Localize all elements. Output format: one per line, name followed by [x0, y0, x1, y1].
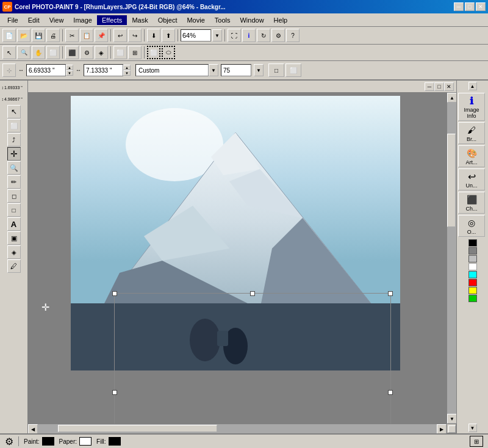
- menu-movie[interactable]: Movie: [182, 15, 209, 25]
- tool-pan-2[interactable]: ✋: [32, 46, 45, 59]
- swatch-cyan[interactable]: [468, 271, 477, 278]
- menu-file[interactable]: File: [2, 15, 23, 25]
- swatch-silver[interactable]: [468, 255, 477, 262]
- crop-mode-button[interactable]: ⊹: [2, 63, 16, 77]
- settings-button[interactable]: ⚙: [271, 29, 285, 42]
- handle-ml[interactable]: [112, 390, 117, 395]
- menu-image[interactable]: Image: [68, 15, 97, 25]
- menu-mask[interactable]: Mask: [127, 15, 152, 25]
- tool-frame[interactable]: ⬛: [65, 46, 79, 59]
- tool-select-2[interactable]: ↖: [2, 46, 16, 59]
- swatch-white[interactable]: [468, 263, 477, 270]
- preset-dropdown-button[interactable]: ▼: [209, 64, 218, 76]
- x-down-button[interactable]: ▼: [66, 70, 73, 76]
- tool-adjust[interactable]: ⚙: [80, 46, 93, 59]
- zoom-dropdown[interactable]: ▼: [212, 29, 222, 42]
- node-tool[interactable]: ◈: [7, 245, 21, 259]
- brush-panel-button[interactable]: 🖌 Br...: [458, 122, 485, 144]
- rectangle-tool[interactable]: □: [7, 203, 21, 217]
- tool-brush-size[interactable]: ⬜: [46, 46, 60, 59]
- view-full-button[interactable]: ⬜: [285, 63, 301, 77]
- tool-rect-sel[interactable]: ⬜: [113, 46, 127, 59]
- close-button[interactable]: ✕: [476, 2, 486, 11]
- paint-color-box[interactable]: [42, 437, 54, 446]
- menu-help[interactable]: Help: [269, 15, 293, 25]
- w-down-button[interactable]: ▼: [123, 70, 131, 76]
- swatch-green[interactable]: [468, 295, 477, 302]
- new-button[interactable]: 📄: [2, 29, 16, 42]
- menu-effects[interactable]: Effects: [97, 15, 127, 25]
- open-button[interactable]: 📂: [17, 29, 30, 42]
- menu-edit[interactable]: Edit: [23, 15, 45, 25]
- width-input[interactable]: [84, 64, 123, 76]
- scroll-right-button[interactable]: ▶: [437, 424, 447, 433]
- canvas-workspace[interactable]: ✛ ▲ ▼ ◀ ▶: [28, 93, 456, 433]
- panel-scroll-down-button[interactable]: ▼: [468, 424, 477, 432]
- scroll-h-track[interactable]: [38, 424, 437, 433]
- view-normal-button[interactable]: □: [268, 63, 284, 77]
- maximize-button[interactable]: □: [465, 2, 475, 11]
- menu-object[interactable]: Object: [153, 15, 182, 25]
- image-info-panel-button[interactable]: ℹ Image Info: [458, 93, 485, 121]
- paste-button[interactable]: 📌: [95, 29, 108, 42]
- tool-grid[interactable]: ⊞: [128, 46, 142, 59]
- eraser-tool[interactable]: ◻: [7, 189, 21, 203]
- pointer-tool[interactable]: ↖: [7, 105, 21, 118]
- swatch-red[interactable]: [468, 279, 477, 286]
- print-button[interactable]: 🖨: [46, 29, 60, 42]
- redo-button[interactable]: ↪: [128, 29, 142, 42]
- scroll-up-button[interactable]: ▲: [447, 93, 456, 103]
- handle-mr[interactable]: [388, 390, 393, 395]
- art-panel-button[interactable]: 🎨 Art...: [458, 145, 485, 167]
- fullscreen-button[interactable]: ⛶: [228, 29, 241, 42]
- x-up-button[interactable]: ▲: [66, 65, 73, 70]
- scroll-down-button[interactable]: ▼: [447, 414, 456, 424]
- save-button[interactable]: 💾: [32, 29, 45, 42]
- minimize-button[interactable]: ─: [454, 2, 464, 11]
- tool-zoom-2[interactable]: 🔍: [17, 46, 30, 59]
- x-position-input[interactable]: [26, 64, 66, 76]
- inner-minimize-button[interactable]: ─: [425, 82, 434, 91]
- crop-tool[interactable]: ✛: [7, 147, 21, 161]
- status-grid-button[interactable]: ⊞: [470, 436, 483, 447]
- export-button[interactable]: ⬆: [162, 29, 175, 42]
- menu-window[interactable]: Window: [235, 15, 268, 25]
- refresh-button[interactable]: ↻: [257, 29, 270, 42]
- panel-scroll-up-button[interactable]: ▲: [468, 82, 477, 90]
- size-input[interactable]: [221, 64, 251, 76]
- undo-button[interactable]: ↩: [113, 29, 127, 42]
- inner-close-button[interactable]: ✕: [444, 82, 454, 91]
- text-tool[interactable]: A: [7, 217, 21, 231]
- fill-tool[interactable]: ▣: [7, 231, 21, 245]
- scroll-h-thumb[interactable]: [58, 425, 218, 432]
- menu-view[interactable]: View: [45, 15, 69, 25]
- scroll-v-thumb[interactable]: [447, 134, 456, 227]
- rect-mask-tool[interactable]: ⬜: [7, 119, 21, 132]
- size-dropdown-button[interactable]: ▼: [254, 64, 264, 76]
- fill-color-box[interactable]: [109, 437, 121, 446]
- tool-extra[interactable]: ◈: [95, 46, 108, 59]
- freehand-tool[interactable]: ⤴: [7, 133, 21, 146]
- cut-button[interactable]: ✂: [65, 29, 79, 42]
- pen-tool[interactable]: 🖊: [7, 259, 21, 273]
- inner-maximize-button[interactable]: □: [434, 82, 444, 91]
- swatch-black[interactable]: [468, 239, 477, 247]
- swatch-yellow[interactable]: [468, 287, 477, 294]
- w-up-button[interactable]: ▲: [123, 65, 131, 70]
- other-panel-button[interactable]: ◎ O...: [458, 215, 485, 237]
- swatch-gray[interactable]: [468, 247, 477, 255]
- info-button[interactable]: i: [242, 29, 256, 42]
- scroll-left-button[interactable]: ◀: [28, 424, 38, 433]
- tool-mask-rect[interactable]: ⬜: [147, 46, 160, 59]
- paper-color-box[interactable]: [79, 437, 92, 446]
- zoom-tool[interactable]: 🔍: [7, 161, 21, 175]
- scroll-v-track[interactable]: [447, 103, 456, 414]
- help-button[interactable]: ?: [286, 29, 300, 42]
- channels-panel-button[interactable]: ⬛ Ch...: [458, 192, 485, 214]
- undo-panel-button[interactable]: ↩ Un...: [458, 168, 485, 190]
- copy-button[interactable]: 📋: [80, 29, 93, 42]
- import-button[interactable]: ⬇: [147, 29, 160, 42]
- eyedropper-tool[interactable]: ✏: [7, 175, 21, 189]
- menu-tools[interactable]: Tools: [210, 15, 235, 25]
- tool-mask-round[interactable]: ⬭: [162, 46, 175, 59]
